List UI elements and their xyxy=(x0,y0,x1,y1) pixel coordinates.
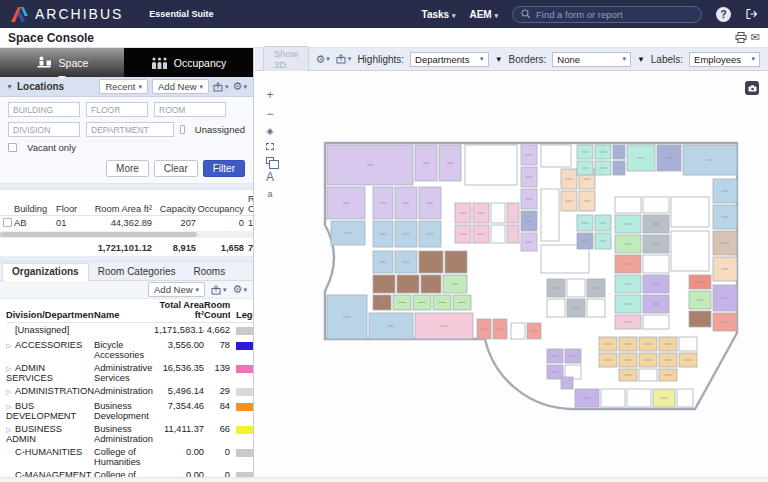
floorplan-svg[interactable] xyxy=(315,133,749,423)
legend-cell xyxy=(230,340,254,352)
room[interactable] xyxy=(561,377,573,389)
print-icon[interactable] xyxy=(735,32,747,43)
labels-select[interactable]: Employees▾ xyxy=(689,52,760,67)
table-row[interactable]: ▷ACCESSORIESBicycle Accessories3,556.007… xyxy=(6,338,253,361)
room[interactable] xyxy=(567,279,585,297)
room[interactable] xyxy=(491,203,505,223)
room[interactable] xyxy=(627,389,651,407)
page-bottom-scroll-area[interactable] xyxy=(0,477,768,482)
borders-select[interactable]: None▾ xyxy=(552,52,631,67)
name-cell: College of Humanities xyxy=(94,447,154,467)
room[interactable] xyxy=(511,323,525,339)
table-row[interactable]: ▷BUS DEVELOPMENTBusiness Development7,35… xyxy=(6,399,253,422)
export-button[interactable]: ▾ xyxy=(213,82,229,92)
vacant-only-checkbox[interactable] xyxy=(8,143,17,152)
unassigned-checkbox[interactable] xyxy=(180,125,185,134)
room[interactable] xyxy=(671,197,709,227)
building-input[interactable] xyxy=(8,102,80,117)
table-row[interactable]: AB0144,362.8920701, xyxy=(0,216,253,230)
tab-room-categories[interactable]: Room Categories xyxy=(89,264,185,280)
room[interactable] xyxy=(507,225,519,243)
settings-button[interactable]: ⚙▾ xyxy=(233,81,247,92)
room[interactable] xyxy=(613,161,625,175)
tab-rooms[interactable]: Rooms xyxy=(185,264,235,280)
archibus-logo[interactable]: ARCHIBUS xyxy=(10,6,123,23)
table-row[interactable]: ▷ADMIN SERVICESAdministrative Services16… xyxy=(6,361,253,384)
room[interactable] xyxy=(491,225,505,243)
select-area-button[interactable] xyxy=(266,143,274,150)
table-row[interactable]: ▷ADMINISTRATIONAdministration5,496.1429 xyxy=(6,384,253,399)
highlights-select[interactable]: Departments▾ xyxy=(410,52,489,67)
more-button[interactable]: More xyxy=(106,160,149,177)
tab-space[interactable]: Space xyxy=(0,48,124,77)
tab-organizations[interactable]: Organizations xyxy=(2,263,89,281)
room[interactable] xyxy=(615,197,641,213)
show-3d-button[interactable]: Show 3D xyxy=(263,46,309,72)
plan-settings-button[interactable]: ⚙▾ xyxy=(315,54,329,65)
room[interactable] xyxy=(465,145,517,185)
org-export-button[interactable]: ▾ xyxy=(211,285,227,295)
table-row[interactable]: [Unassigned]1,171,583.144,662 xyxy=(6,323,253,338)
department-input[interactable] xyxy=(86,122,174,137)
row-checkbox[interactable] xyxy=(3,218,12,227)
chevron-down-icon: ▾ xyxy=(622,55,626,63)
layers-button[interactable] xyxy=(266,157,274,164)
camera-button[interactable] xyxy=(745,81,759,95)
fit-view-button[interactable]: ◈ xyxy=(267,127,274,136)
room[interactable] xyxy=(679,337,697,351)
expand-icon[interactable]: ▷ xyxy=(6,365,13,373)
sign-out-icon[interactable] xyxy=(745,8,758,20)
tasks-menu[interactable]: Tasks ▾ xyxy=(422,9,456,20)
room[interactable] xyxy=(541,189,559,241)
aem-menu[interactable]: AEM ▾ xyxy=(469,9,498,20)
room[interactable] xyxy=(601,389,625,407)
help-button[interactable]: ? xyxy=(716,7,731,22)
expand-icon[interactable]: ▷ xyxy=(6,342,13,350)
room[interactable] xyxy=(547,299,565,317)
font-decrease-button[interactable]: a xyxy=(268,190,273,199)
org-tab-bar: OrganizationsRoom CategoriesRooms xyxy=(0,262,253,281)
floor-input[interactable] xyxy=(86,102,148,117)
cell: 207 xyxy=(152,218,196,228)
room[interactable] xyxy=(507,203,519,223)
add-new-button[interactable]: Add New▾ xyxy=(152,79,209,94)
room[interactable] xyxy=(671,231,709,271)
room[interactable] xyxy=(643,197,669,213)
recent-button[interactable]: Recent▾ xyxy=(99,79,148,94)
column-header: Capacity xyxy=(152,204,196,214)
expand-icon[interactable]: ▷ xyxy=(6,388,13,396)
org-settings-button[interactable]: ⚙▾ xyxy=(233,284,247,295)
filter-button[interactable]: Filter xyxy=(203,160,245,177)
room-input[interactable] xyxy=(154,102,226,117)
table-row[interactable]: C-HUMANITIESCollege of Humanities0.000 xyxy=(6,445,253,468)
expand-icon[interactable]: ▷ xyxy=(6,403,13,411)
division-input[interactable] xyxy=(8,122,80,137)
zoom-in-button[interactable]: + xyxy=(267,89,274,101)
column-header: Division/Department xyxy=(6,310,94,320)
highlights-filter-icon[interactable]: ▼ xyxy=(495,55,503,64)
room[interactable] xyxy=(643,315,669,329)
clear-button[interactable]: Clear xyxy=(154,160,198,177)
borders-filter-icon[interactable]: ▼ xyxy=(637,55,645,64)
expand-icon[interactable]: ▷ xyxy=(6,426,13,434)
room[interactable] xyxy=(639,369,657,381)
room[interactable] xyxy=(613,145,625,159)
zoom-out-button[interactable]: − xyxy=(267,108,274,120)
plan-canvas[interactable]: + − ◈ A a xyxy=(255,71,768,482)
area-cell: 7,354.46 xyxy=(154,401,204,411)
total-cell: 7, xyxy=(244,243,254,253)
table-row[interactable]: ▷BUSINESS ADMINBusiness Administration11… xyxy=(6,422,253,445)
plan-export-button[interactable]: ▾ xyxy=(336,54,352,64)
room[interactable] xyxy=(677,389,693,407)
room[interactable] xyxy=(541,145,571,167)
font-increase-button[interactable]: A xyxy=(266,171,274,183)
search-input[interactable]: Find a form or report xyxy=(512,6,702,23)
tab-occupancy[interactable]: Occupancy xyxy=(124,48,253,77)
scrollbar-thumb[interactable] xyxy=(0,232,197,237)
buildings-hscrollbar[interactable] xyxy=(0,231,253,238)
org-add-new-button[interactable]: Add New▾ xyxy=(148,282,205,297)
collapse-triangle-icon[interactable]: ▼ xyxy=(6,83,13,90)
room[interactable] xyxy=(643,255,669,273)
email-icon[interactable]: ✉ xyxy=(751,31,760,44)
room[interactable] xyxy=(587,299,605,317)
